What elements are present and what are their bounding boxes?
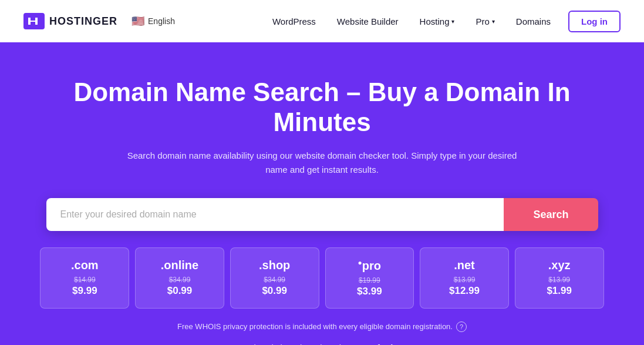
domain-new-price-online: $0.99	[145, 285, 214, 297]
transfer-line: Already bought a domain? Transfer it	[23, 343, 621, 345]
search-button[interactable]: Search	[504, 198, 598, 231]
domain-old-price-xyz: $13.99	[525, 276, 594, 284]
domain-ext-net: .net	[430, 259, 499, 272]
hero-subtitle: Search domain name availability using ou…	[117, 149, 528, 177]
pro-chevron-icon: ▾	[492, 18, 495, 25]
whois-text: Free WHOIS privacy protection is include…	[177, 322, 453, 331]
nav-link-wordpress[interactable]: WordPress	[264, 12, 324, 31]
hero-title: Domain Name Search – Buy a Domain In Min…	[23, 78, 621, 137]
hosting-chevron-icon: ▾	[451, 18, 454, 25]
domain-card-online[interactable]: .online $34.99 $0.99	[135, 247, 224, 309]
domain-new-price-net: $12.99	[430, 285, 499, 297]
transfer-link[interactable]: Transfer it	[353, 343, 396, 345]
domain-old-price-com: $14.99	[50, 276, 119, 284]
domain-ext-com: .com	[50, 259, 119, 272]
domain-card-xyz[interactable]: .xyz $13.99 $1.99	[515, 247, 604, 309]
domain-card-com[interactable]: .com $14.99 $9.99	[40, 247, 129, 309]
language-label: English	[148, 16, 175, 26]
language-selector[interactable]: 🇺🇸 English	[132, 15, 175, 28]
domain-cards-container: .com $14.99 $9.99 .online $34.99 $0.99 .…	[41, 247, 604, 309]
domain-ext-pro: ●pro	[335, 259, 404, 273]
navbar: HOSTINGER 🇺🇸 English WordPress Website B…	[0, 0, 644, 42]
domain-old-price-net: $13.99	[430, 276, 499, 284]
hero-section: Domain Name Search – Buy a Domain In Min…	[0, 42, 644, 345]
domain-old-price-shop: $34.99	[240, 276, 309, 284]
domain-ext-xyz: .xyz	[525, 259, 594, 272]
login-button[interactable]: Log in	[568, 11, 621, 32]
domain-card-shop[interactable]: .shop $34.99 $0.99	[230, 247, 319, 309]
logo[interactable]: HOSTINGER	[23, 13, 117, 29]
domain-new-price-xyz: $1.99	[525, 285, 594, 297]
domain-card-pro[interactable]: ●pro $19.99 $3.99	[325, 247, 414, 309]
nav-link-hosting[interactable]: Hosting ▾	[412, 12, 463, 31]
domain-search-input[interactable]	[46, 198, 504, 231]
nav-link-website-builder[interactable]: Website Builder	[329, 12, 407, 31]
search-bar: Search	[46, 198, 598, 231]
whois-privacy-line: Free WHOIS privacy protection is include…	[23, 321, 621, 332]
domain-new-price-pro: $3.99	[335, 286, 404, 297]
domain-old-price-pro: $19.99	[335, 276, 404, 284]
hostinger-logo-icon	[23, 13, 45, 29]
flag-icon: 🇺🇸	[132, 15, 144, 28]
domain-ext-online: .online	[145, 259, 214, 272]
domain-old-price-online: $34.99	[145, 276, 214, 284]
transfer-text: Already bought a domain?	[248, 343, 351, 345]
whois-info-icon[interactable]: ?	[456, 321, 467, 332]
nav-link-domains[interactable]: Domains	[508, 12, 559, 31]
nav-links: WordPress Website Builder Hosting ▾ Pro …	[264, 11, 621, 32]
domain-ext-shop: .shop	[240, 259, 309, 272]
nav-link-pro[interactable]: Pro ▾	[467, 12, 503, 31]
domain-card-net[interactable]: .net $13.99 $12.99	[420, 247, 509, 309]
domain-new-price-com: $9.99	[50, 285, 119, 297]
domain-new-price-shop: $0.99	[240, 285, 309, 297]
logo-text: HOSTINGER	[49, 15, 117, 28]
